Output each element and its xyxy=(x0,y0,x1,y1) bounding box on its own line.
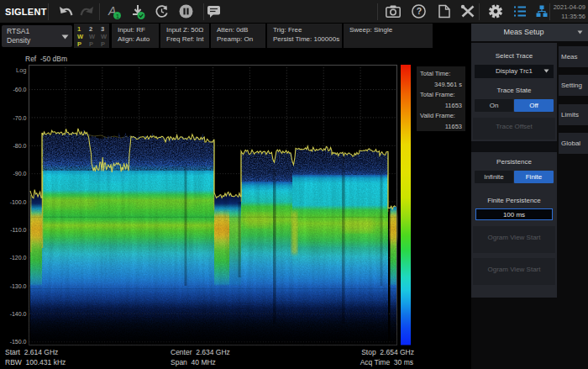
svg-text:Start 2.614 GHz: Start 2.614 GHz xyxy=(5,348,58,356)
svg-text:Acq Time 30 ms: Acq Time 30 ms xyxy=(360,358,413,366)
svg-text:-60.0: -60.0 xyxy=(13,87,27,92)
svg-text:-80.0: -80.0 xyxy=(13,143,27,149)
svg-text:?: ? xyxy=(417,6,422,16)
svg-text:-90.0: -90.0 xyxy=(13,171,27,177)
svg-text:Ref -50 dBm: Ref -50 dBm xyxy=(25,55,67,63)
svg-text:-130.0: -130.0 xyxy=(10,283,27,289)
svg-text:Stop 2.654 GHz: Stop 2.654 GHz xyxy=(361,348,414,356)
svg-text:Span 40 MHz: Span 40 MHz xyxy=(171,358,216,366)
svg-text:RBW 100.431 kHz: RBW 100.431 kHz xyxy=(5,358,66,366)
svg-text:-150.0: -150.0 xyxy=(10,339,27,345)
svg-text:-70.0: -70.0 xyxy=(13,115,27,121)
svg-text:1: 1 xyxy=(116,13,120,20)
svg-text:Log: Log xyxy=(16,66,27,74)
svg-text:-120.0: -120.0 xyxy=(10,255,27,261)
svg-text:-140.0: -140.0 xyxy=(10,311,27,317)
svg-text:-100.0: -100.0 xyxy=(10,199,27,205)
svg-text:-110.0: -110.0 xyxy=(10,227,26,233)
svg-text:Center 2.634 GHz: Center 2.634 GHz xyxy=(171,348,230,356)
